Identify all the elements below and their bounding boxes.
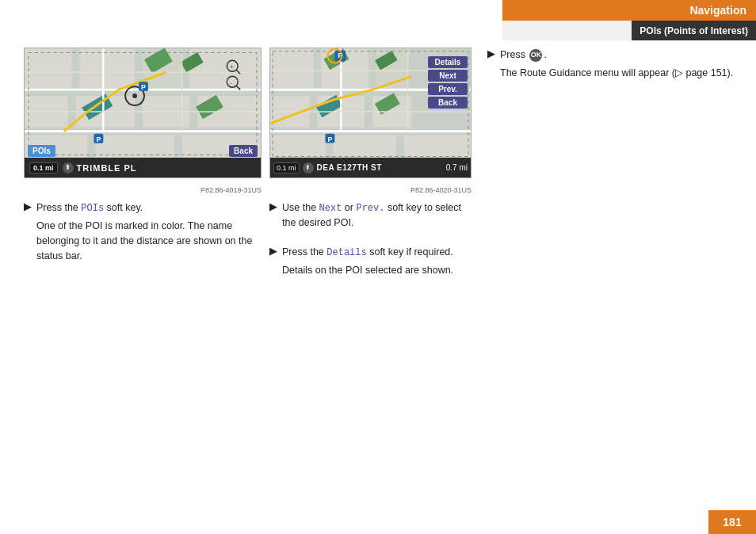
left-bullet-1: ▶ Press the POIs soft key. One of the PO… [24, 200, 262, 263]
pois-code: POIs [81, 203, 104, 214]
bullet-arrow-1: ▶ [24, 200, 32, 212]
next-code: Next [319, 203, 342, 214]
map2-status-bar: 0.1 mi ⬆ DEA E127TH ST 0.7 mi [270, 158, 471, 177]
svg-text:P: P [141, 83, 146, 91]
svg-rect-1 [25, 48, 72, 88]
bullet-arrow-mid-1: ▶ [269, 200, 277, 212]
main-content: + - P P POIs Back 0.1 mi ⬆ T [24, 48, 740, 502]
left-column: + - P P POIs Back 0.1 mi ⬆ T [24, 48, 262, 502]
svg-rect-42 [270, 135, 325, 159]
map2-container: P P Details Next Prev. Back 0.1 mi ⬆ DEA [269, 48, 472, 178]
map1-caption: P82.86-4019-31US [24, 186, 262, 194]
details-code: Details [326, 247, 366, 258]
map2-caption: P82.86-4020-31US [269, 186, 472, 194]
svg-rect-36 [270, 49, 314, 89]
mid-bullet-1: ▶ Use the Next or Prev. soft key to sele… [269, 200, 472, 231]
nav-title: Navigation [689, 4, 746, 17]
svg-rect-4 [190, 48, 261, 88]
map2-street: DEA E127TH ST [317, 163, 382, 172]
map2-right-dist: 0.7 mi [446, 163, 468, 172]
left-bullet-text-1: Press the POIs soft key. [36, 202, 143, 213]
right-sub-text-1: The Route Guidance menu will appear (▷ p… [500, 66, 733, 81]
right-column: ▶ Press OK. The Route Guidance menu will… [479, 48, 740, 502]
map2-back-button[interactable]: Back [428, 97, 468, 109]
svg-text:P: P [327, 135, 332, 143]
svg-rect-2 [80, 48, 136, 88]
map1-poi-button[interactable]: POIs [28, 145, 55, 157]
header: Navigation POIs (Points of Interest) [502, 0, 756, 40]
svg-rect-43 [333, 135, 395, 159]
right-bullet-text-1: Press OK. [500, 49, 547, 60]
bullet-arrow-right-1: ▶ [487, 48, 495, 59]
map1-svg: + - P P [25, 48, 261, 159]
map1-street: TRIMBLE PL [77, 163, 137, 173]
page-number: 181 [708, 510, 756, 534]
map2-details-button[interactable]: Details [428, 56, 468, 68]
mid-sub-text-2: Details on the POI selected are shown. [282, 263, 453, 278]
prev-code: Prev. [356, 203, 384, 214]
map1-nav-icon: ⬆ [63, 162, 74, 174]
bullet-arrow-mid-2: ▶ [269, 245, 277, 257]
mid-column: P P Details Next Prev. Back 0.1 mi ⬆ DEA [269, 48, 472, 502]
map1-status-bar: 0.1 mi ⬆ TRIMBLE PL [25, 158, 261, 177]
left-sub-text-1: One of the POI is marked in color. The n… [36, 219, 262, 263]
svg-text:P: P [96, 135, 101, 143]
ok-icon: OK [529, 49, 542, 62]
map1-container: + - P P POIs Back 0.1 mi ⬆ T [24, 48, 262, 178]
map2-status-left: 0.1 mi ⬆ DEA E127TH ST [273, 162, 382, 174]
mid-bullet-text-1: Use the Next or Prev. soft key to select… [282, 200, 472, 231]
right-bullet-1: ▶ Press OK. The Route Guidance menu will… [487, 48, 740, 81]
sub-title: POIs (Points of Interest) [632, 21, 756, 40]
map2-next-button[interactable]: Next [428, 70, 468, 82]
map2-nav-icon: ⬆ [303, 162, 314, 174]
svg-text:-: - [230, 79, 232, 86]
svg-text:+: + [230, 63, 234, 71]
mid-bullet-text-2: Press the Details soft key if required. [282, 246, 453, 257]
mid-bullet-2: ▶ Press the Details soft key if required… [269, 245, 472, 278]
map2-buttons: Details Next Prev. Back [428, 56, 468, 109]
map1-distance: 0.1 mi [29, 162, 58, 174]
nav-title-bar: Navigation [502, 0, 756, 21]
map2-distance: 0.1 mi [273, 162, 300, 174]
sub-title-bar: POIs (Points of Interest) [502, 21, 756, 40]
svg-rect-44 [404, 135, 471, 159]
map1-back-button[interactable]: Back [229, 145, 258, 157]
svg-point-30 [132, 93, 137, 98]
map2-prev-button[interactable]: Prev. [428, 83, 468, 95]
